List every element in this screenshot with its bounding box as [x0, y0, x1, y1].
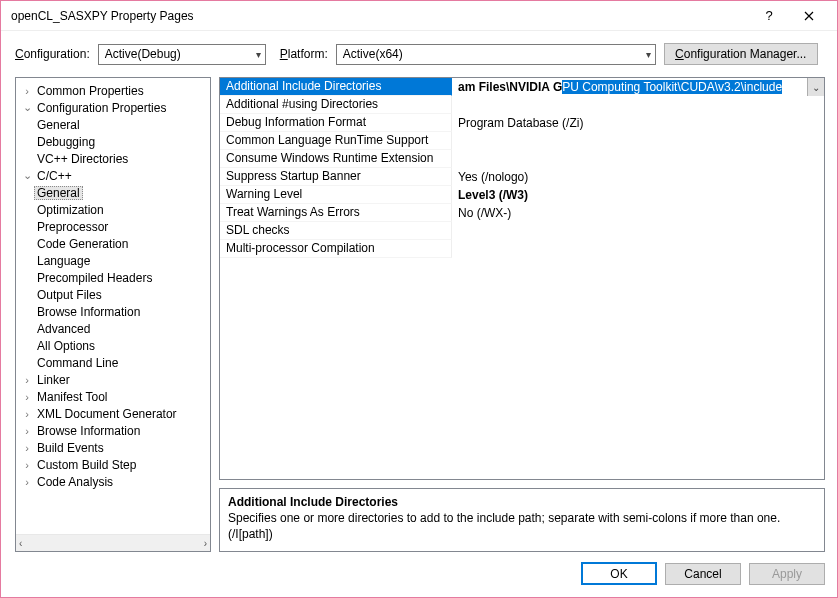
property-row[interactable]: SDL checks: [220, 222, 824, 240]
property-value-text: No (/WX-): [458, 206, 511, 220]
property-value[interactable]: Level3 (/W3): [452, 186, 824, 204]
property-value[interactable]: [452, 132, 824, 150]
tree-item[interactable]: Language: [18, 252, 210, 269]
tree-item-label: XML Document Generator: [34, 407, 180, 421]
chevron-down-icon[interactable]: ⌄: [807, 78, 824, 96]
property-grid: Additional Include Directoriesam Files\N…: [219, 77, 825, 480]
config-toolbar: Configuration: Active(Debug) ▾ Platform:…: [1, 31, 837, 77]
tree-item[interactable]: Debugging: [18, 133, 210, 150]
property-row[interactable]: Consume Windows Runtime Extension: [220, 150, 824, 168]
tree-item[interactable]: ›Browse Information: [18, 422, 210, 439]
property-value[interactable]: [452, 150, 824, 168]
help-button[interactable]: ?: [749, 2, 789, 30]
close-icon: [804, 11, 814, 21]
tree-item[interactable]: Advanced: [18, 320, 210, 337]
close-button[interactable]: [789, 2, 829, 30]
tree-item-label: VC++ Directories: [34, 152, 131, 166]
property-row[interactable]: Additional #using Directories: [220, 96, 824, 114]
chevron-down-icon: ▾: [256, 49, 261, 60]
property-value[interactable]: [452, 96, 824, 114]
property-value[interactable]: am Files\NVIDIA GPU Computing Toolkit\CU…: [452, 78, 824, 96]
property-value-text: Yes (/nologo): [458, 170, 528, 184]
chevron-down-icon: ▾: [646, 49, 651, 60]
tree-item[interactable]: Code Generation: [18, 235, 210, 252]
tree-item[interactable]: Command Line: [18, 354, 210, 371]
category-tree[interactable]: ›Common Properties⌄Configuration Propert…: [16, 78, 210, 534]
collapse-icon[interactable]: ⌄: [20, 101, 34, 114]
tree-item[interactable]: ›Common Properties: [18, 82, 210, 99]
tree-item[interactable]: Precompiled Headers: [18, 269, 210, 286]
configuration-label: Configuration:: [15, 47, 90, 61]
platform-label: Platform:: [280, 47, 328, 61]
tree-item-label: Precompiled Headers: [34, 271, 155, 285]
tree-item-label: Code Generation: [34, 237, 131, 251]
property-name: Treat Warnings As Errors: [220, 204, 452, 222]
tree-item-label: General: [34, 186, 83, 200]
property-name: Additional Include Directories: [220, 78, 452, 96]
property-value-text: am Files\NVIDIA GPU Computing Toolkit\CU…: [458, 80, 782, 94]
category-tree-panel: ›Common Properties⌄Configuration Propert…: [15, 77, 211, 552]
tree-item[interactable]: ›Build Events: [18, 439, 210, 456]
platform-combo[interactable]: Active(x64) ▾: [336, 44, 656, 65]
tree-item[interactable]: ⌄C/C++: [18, 167, 210, 184]
tree-horizontal-scrollbar[interactable]: ‹ ›: [16, 534, 210, 551]
expand-icon[interactable]: ›: [20, 459, 34, 471]
tree-item[interactable]: ›Code Analysis: [18, 473, 210, 490]
property-name: Common Language RunTime Support: [220, 132, 452, 150]
tree-item[interactable]: ›Linker: [18, 371, 210, 388]
property-name: Debug Information Format: [220, 114, 452, 132]
tree-item[interactable]: ⌄Configuration Properties: [18, 99, 210, 116]
tree-item[interactable]: General: [18, 116, 210, 133]
title-bar: openCL_SASXPY Property Pages ?: [1, 1, 837, 31]
property-value[interactable]: [452, 240, 824, 258]
expand-icon[interactable]: ›: [20, 391, 34, 403]
property-value[interactable]: Yes (/nologo): [452, 168, 824, 186]
property-row[interactable]: Additional Include Directoriesam Files\N…: [220, 78, 824, 96]
description-box: Additional Include Directories Specifies…: [219, 488, 825, 552]
expand-icon[interactable]: ›: [20, 476, 34, 488]
property-name: Multi-processor Compilation: [220, 240, 452, 258]
scroll-left-icon: ‹: [19, 538, 22, 549]
window-title: openCL_SASXPY Property Pages: [11, 9, 749, 23]
tree-item[interactable]: Output Files: [18, 286, 210, 303]
ok-button[interactable]: OK: [581, 562, 657, 585]
scroll-right-icon: ›: [204, 538, 207, 549]
tree-item[interactable]: ›XML Document Generator: [18, 405, 210, 422]
property-value[interactable]: [452, 222, 824, 240]
property-row[interactable]: Warning LevelLevel3 (/W3): [220, 186, 824, 204]
property-value[interactable]: No (/WX-): [452, 204, 824, 222]
property-value-text: Level3 (/W3): [458, 188, 528, 202]
expand-icon[interactable]: ›: [20, 85, 34, 97]
tree-item[interactable]: General: [18, 184, 210, 201]
tree-item-label: Custom Build Step: [34, 458, 139, 472]
property-row[interactable]: Common Language RunTime Support: [220, 132, 824, 150]
cancel-button[interactable]: Cancel: [665, 563, 741, 585]
property-name: Suppress Startup Banner: [220, 168, 452, 186]
property-name: SDL checks: [220, 222, 452, 240]
property-value[interactable]: Program Database (/Zi): [452, 114, 824, 132]
expand-icon[interactable]: ›: [20, 425, 34, 437]
tree-item-label: Code Analysis: [34, 475, 116, 489]
configuration-combo[interactable]: Active(Debug) ▾: [98, 44, 266, 65]
property-grid-rows: Additional Include Directoriesam Files\N…: [220, 78, 824, 479]
tree-item[interactable]: All Options: [18, 337, 210, 354]
tree-item[interactable]: ›Manifest Tool: [18, 388, 210, 405]
tree-item-label: Manifest Tool: [34, 390, 110, 404]
tree-item-label: Build Events: [34, 441, 107, 455]
property-row[interactable]: Debug Information FormatProgram Database…: [220, 114, 824, 132]
property-row[interactable]: Suppress Startup BannerYes (/nologo): [220, 168, 824, 186]
expand-icon[interactable]: ›: [20, 442, 34, 454]
apply-button[interactable]: Apply: [749, 563, 825, 585]
property-row[interactable]: Multi-processor Compilation: [220, 240, 824, 258]
tree-item[interactable]: VC++ Directories: [18, 150, 210, 167]
tree-item[interactable]: Browse Information: [18, 303, 210, 320]
expand-icon[interactable]: ›: [20, 374, 34, 386]
collapse-icon[interactable]: ⌄: [20, 169, 34, 182]
tree-item[interactable]: ›Custom Build Step: [18, 456, 210, 473]
expand-icon[interactable]: ›: [20, 408, 34, 420]
tree-item[interactable]: Optimization: [18, 201, 210, 218]
tree-item-label: Output Files: [34, 288, 105, 302]
property-row[interactable]: Treat Warnings As ErrorsNo (/WX-): [220, 204, 824, 222]
tree-item[interactable]: Preprocessor: [18, 218, 210, 235]
configuration-manager-button[interactable]: Configuration Manager...: [664, 43, 818, 65]
